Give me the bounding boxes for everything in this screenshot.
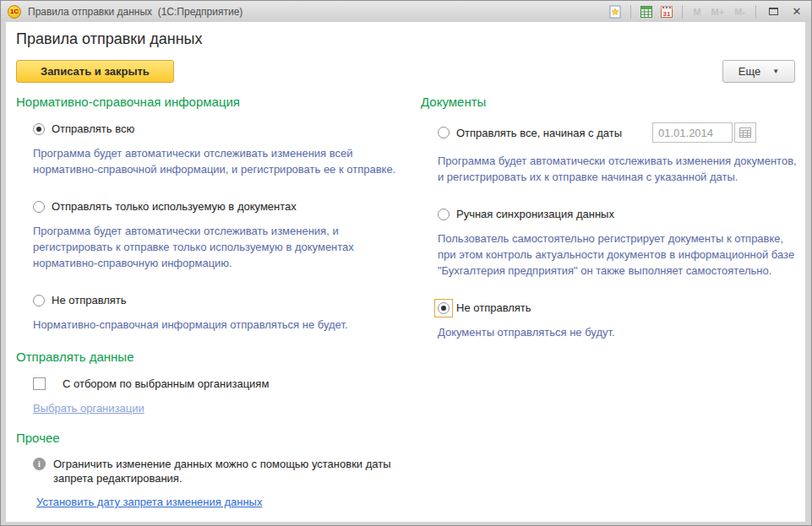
- nsi-section-heading: Нормативно-справочная информация: [16, 95, 411, 109]
- window-title: Правила отправки данных (1С:Предприятие): [28, 6, 608, 18]
- nsi-option-note: Программа будет автоматически отслеживат…: [33, 145, 398, 177]
- titlebar: 1С Правила отправки данных (1С:Предприят…: [1, 1, 811, 22]
- calendar-icon[interactable]: 31: [659, 4, 674, 19]
- info-icon: i: [33, 458, 46, 470]
- memory-m-button[interactable]: M: [690, 7, 703, 17]
- select-organizations-link[interactable]: Выбрать организации: [33, 402, 144, 415]
- titlebar-separator: [682, 5, 683, 19]
- send-data-section-heading: Отправлять данные: [16, 350, 411, 364]
- radio-no-send-nsi[interactable]: Не отправлять: [33, 294, 411, 306]
- chevron-down-icon: ▼: [772, 68, 779, 75]
- other-section-heading: Прочее: [16, 431, 411, 445]
- radio-icon[interactable]: [438, 127, 450, 138]
- documents-option-note: Документы отправляться не будут.: [438, 324, 803, 340]
- radio-icon[interactable]: [33, 123, 45, 135]
- radio-label: Не отправлять: [456, 301, 531, 314]
- memory-m-minus-button[interactable]: M-: [732, 7, 748, 17]
- filter-by-orgs-checkbox-row[interactable]: С отбором по выбранным организациям: [33, 377, 411, 390]
- documents-section-heading: Документы: [421, 95, 803, 109]
- checkbox-label: С отбором по выбранным организациям: [63, 377, 269, 390]
- radio-label: Не отправлять: [52, 294, 127, 306]
- close-button[interactable]: ✕: [787, 4, 806, 19]
- calendar-grid-icon: [739, 127, 751, 138]
- save-and-close-button[interactable]: Записать и закрыть: [16, 60, 174, 83]
- maximize-icon: [769, 8, 778, 15]
- documents-column: Документы Отправлять все, начиная с даты…: [421, 95, 803, 509]
- memory-m-plus-button[interactable]: M+: [709, 7, 728, 17]
- calculator-icon[interactable]: [639, 4, 654, 19]
- maximize-button[interactable]: [764, 4, 782, 19]
- radio-send-used-nsi[interactable]: Отправлять только используемую в докумен…: [33, 200, 411, 213]
- start-date-input[interactable]: [652, 122, 733, 143]
- 1c-logo-icon: 1С: [8, 5, 21, 19]
- svg-text:31: 31: [663, 9, 671, 17]
- page-title: Правила отправки данных: [16, 30, 795, 48]
- radio-icon[interactable]: [33, 201, 45, 213]
- set-restriction-date-link[interactable]: Установить дату запрета изменения данных: [36, 496, 262, 508]
- nsi-column: Нормативно-справочная информация Отправл…: [16, 95, 411, 509]
- radio-icon[interactable]: [33, 295, 45, 306]
- radio-no-send-docs[interactable]: Не отправлять: [438, 301, 803, 314]
- radio-send-all-nsi[interactable]: Отправлять всю: [33, 122, 411, 135]
- radio-label: Отправлять все, начиная с даты: [456, 127, 622, 139]
- nsi-option-note: Нормативно-справочная информация отправл…: [33, 317, 398, 333]
- close-icon: ✕: [793, 6, 802, 17]
- radio-label: Ручная синхронизация данных: [456, 208, 614, 220]
- form-content: Правила отправки данных Записать и закры…: [6, 22, 805, 522]
- info-row: i Ограничить изменение данных можно с по…: [33, 457, 411, 485]
- more-button-label: Еще: [738, 65, 760, 78]
- info-text: Ограничить изменение данных можно с помо…: [53, 457, 411, 485]
- titlebar-separator: [630, 5, 631, 19]
- calendar-picker-button[interactable]: [734, 122, 756, 143]
- documents-option-note: Программа будет автоматически отслеживат…: [438, 153, 803, 185]
- titlebar-separator: [755, 5, 756, 19]
- radio-icon[interactable]: [438, 209, 450, 220]
- documents-option-note: Пользователь самостоятельно регистрирует…: [438, 230, 803, 279]
- radio-manual-sync[interactable]: Ручная синхронизация данных: [438, 208, 803, 220]
- toolbar: Записать и закрыть Еще ▼: [16, 60, 795, 83]
- favorites-icon[interactable]: [608, 4, 623, 19]
- radio-label: Отправлять всю: [52, 122, 134, 135]
- radio-icon[interactable]: [438, 302, 450, 314]
- focus-outline: [434, 299, 453, 317]
- checkbox-icon[interactable]: [33, 377, 46, 390]
- radio-label: Отправлять только используемую в докумен…: [52, 200, 297, 213]
- app-window: 1С Правила отправки данных (1С:Предприят…: [0, 0, 812, 526]
- nsi-option-note: Программа будет автоматически отслеживат…: [33, 223, 398, 271]
- radio-send-all-docs-from-date[interactable]: Отправлять все, начиная с даты: [438, 122, 803, 143]
- more-button[interactable]: Еще ▼: [722, 60, 795, 83]
- start-date-field-group: [652, 122, 756, 143]
